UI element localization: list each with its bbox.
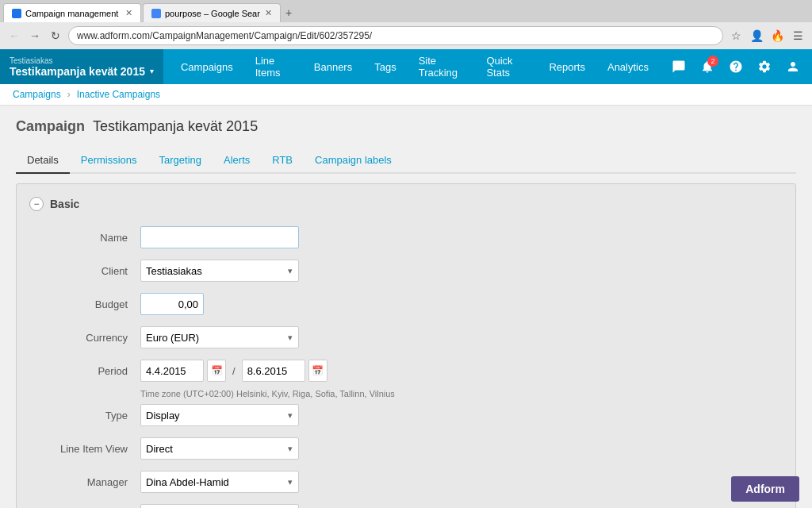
panel-title: Basic [50,198,79,210]
brand-sub: Testiasiakas [10,56,154,65]
tab-alerts[interactable]: Alerts [213,148,261,174]
browser-tab-1[interactable]: Campaign management - ✕ [3,3,141,22]
breadcrumb: Campaigns › Inactive Campaigns [0,84,812,106]
tab-permissions[interactable]: Permissions [70,148,148,174]
page-title: Testikampanja kevät 2015 [93,118,258,135]
manager-select[interactable]: Dina Abdel-Hamid [140,471,299,493]
fire-icon[interactable]: 🔥 [769,28,785,44]
type-select[interactable]: Display [140,404,299,426]
budget-label: Budget [29,298,140,310]
browser-tabs: Campaign management - ✕ pourpose – Googl… [0,0,812,22]
app-nav: Campaigns Line Items Banners Tags Site T… [163,49,666,84]
period-separator: / [229,365,239,377]
co-manager-row: Co-manager Dina Abdel-Hamid [17,498,795,508]
period-end-cal[interactable]: 📅 [308,360,327,382]
star-icon[interactable]: ☆ [728,28,744,44]
co-manager-select[interactable]: Dina Abdel-Hamid [140,504,299,508]
client-row: Client Testiasiakas [17,254,795,287]
panel-collapse-btn[interactable]: − [29,197,44,211]
tab-campaign-labels[interactable]: Campaign labels [304,148,403,174]
app-nav-icons: 2 [666,54,812,79]
name-label: Name [29,232,140,244]
budget-input[interactable] [140,293,204,315]
currency-select-wrapper: Euro (EUR) [140,326,299,348]
forward-button[interactable]: → [27,28,43,44]
client-label: Client [29,265,140,277]
manager-label: Manager [29,476,140,488]
url-text: www.adform.com/CampaignManagement/Campai… [77,30,372,41]
budget-row: Budget [17,287,795,321]
page-label: Campaign [16,118,85,135]
nav-line-items[interactable]: Line Items [244,49,303,84]
currency-select[interactable]: Euro (EUR) [140,326,299,348]
menu-icon[interactable]: ☰ [790,28,806,44]
app-navbar: Testiasiakas Testikampanja kevät 2015 ▾ … [0,49,812,84]
nav-tags[interactable]: Tags [363,49,407,84]
currency-label: Currency [29,332,140,344]
tab-label-1: Campaign management - [25,9,121,18]
period-end-input[interactable] [242,360,305,382]
brand-name: Testikampanja kevät 2015 [10,65,145,78]
period-row: Period 📅 / 📅 [17,354,795,387]
tab-close-2[interactable]: ✕ [265,8,272,18]
browser-actions: ☆ 👤 🔥 ☰ [728,28,806,44]
url-bar[interactable]: www.adform.com/CampaignManagement/Campai… [68,26,723,45]
line-item-view-select-wrapper: Direct [140,437,299,460]
type-row: Type Display [17,398,795,432]
panel-header: − Basic [17,197,795,221]
notification-icon-btn[interactable]: 2 [695,54,720,79]
tab-rtb[interactable]: RTB [261,148,304,174]
period-start-cal[interactable]: 📅 [207,360,226,382]
tab-favicon-1 [12,9,21,18]
adform-button[interactable]: Adform [731,476,799,502]
tab-details[interactable]: Details [16,148,70,174]
tab-close-1[interactable]: ✕ [125,8,132,18]
line-item-view-select[interactable]: Direct [140,437,299,460]
client-select-wrapper: Testiasiakas [140,260,299,282]
back-button[interactable]: ← [6,28,22,44]
line-item-view-label: Line Item View [29,443,140,455]
manager-select-wrapper: Dina Abdel-Hamid [140,471,299,493]
breadcrumb-inactive[interactable]: Inactive Campaigns [77,89,160,100]
tab-label-2: pourpose – Google Search [165,9,260,18]
tab-favicon-2 [151,9,161,18]
user-icon-btn[interactable] [780,54,806,79]
page-header: Campaign Testikampanja kevät 2015 [16,118,796,135]
period-start-input[interactable] [140,360,204,382]
currency-row: Currency Euro (EUR) [17,321,795,354]
browser-tab-2[interactable]: pourpose – Google Search ✕ [143,3,281,22]
name-input[interactable] [140,226,299,248]
brand-arrow-icon: ▾ [150,67,154,75]
tab-targeting[interactable]: Targeting [148,148,213,174]
reload-button[interactable]: ↻ [48,28,63,44]
line-item-view-row: Line Item View Direct [17,432,795,465]
tabs-bar: Details Permissions Targeting Alerts RTB… [16,148,796,174]
nav-campaigns[interactable]: Campaigns [170,49,244,84]
nav-quick-stats[interactable]: Quick Stats [475,49,538,84]
breadcrumb-sep: › [67,89,71,100]
browser-addressbar: ← → ↻ www.adform.com/CampaignManagement/… [0,22,812,49]
form-panel: − Basic Name Client Testiasiakas Budget … [16,183,796,508]
notification-badge: 2 [707,56,718,67]
client-select[interactable]: Testiasiakas [140,260,299,282]
type-select-wrapper: Display [140,404,299,426]
chat-icon-btn[interactable] [666,54,691,79]
breadcrumb-campaigns[interactable]: Campaigns [13,89,61,100]
profile-icon[interactable]: 👤 [749,28,764,44]
timezone-hint: Time zone (UTC+02:00) Helsinki, Kyiv, Ri… [17,387,795,398]
settings-icon-btn[interactable] [752,54,777,79]
help-icon-btn[interactable] [723,54,749,79]
period-label: Period [29,365,140,377]
nav-reports[interactable]: Reports [538,49,596,84]
nav-analytics[interactable]: Analytics [596,49,660,84]
nav-banners[interactable]: Banners [303,49,363,84]
nav-site-tracking[interactable]: Site Tracking [408,49,476,84]
browser-chrome: Campaign management - ✕ pourpose – Googl… [0,0,812,49]
period-inputs: 📅 / 📅 [140,360,327,382]
manager-row: Manager Dina Abdel-Hamid [17,465,795,498]
type-label: Type [29,410,140,421]
new-tab-button[interactable]: + [285,6,292,19]
app-brand[interactable]: Testiasiakas Testikampanja kevät 2015 ▾ [0,49,163,84]
co-manager-select-wrapper: Dina Abdel-Hamid [140,504,299,508]
page-content: Campaign Testikampanja kevät 2015 Detail… [0,106,812,508]
